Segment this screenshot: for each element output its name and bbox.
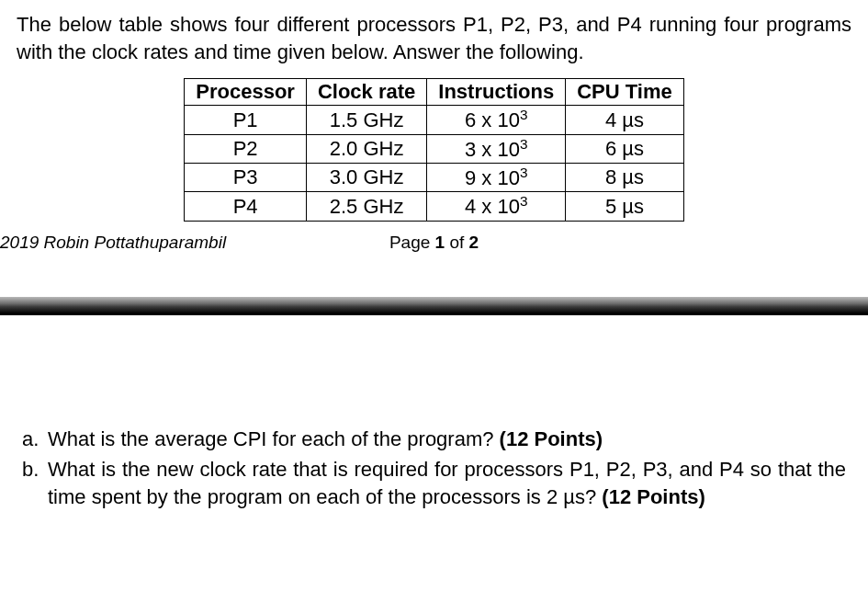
cell-instructions: 9 x 103 — [427, 164, 566, 192]
cell-processor: P1 — [185, 106, 307, 134]
question-b: b. What is the new clock rate that is re… — [48, 456, 846, 510]
footer-copyright: 2019 Robin Pottathuparambil — [0, 233, 226, 253]
page-divider — [0, 297, 868, 315]
table-row: P3 3.0 GHz 9 x 103 8 µs — [185, 164, 683, 192]
intro-paragraph: The below table shows four different pro… — [17, 11, 851, 65]
question-a-points: (12 Points) — [500, 427, 603, 450]
cell-time: 8 µs — [566, 164, 684, 192]
col-processor: Processor — [185, 79, 307, 106]
cell-processor: P3 — [185, 164, 307, 192]
list-marker: b. — [22, 456, 39, 483]
col-cputime: CPU Time — [566, 79, 684, 106]
question-a-text: What is the average CPI for each of the … — [48, 427, 500, 450]
cell-clock: 2.5 GHz — [306, 192, 426, 221]
col-clockrate: Clock rate — [306, 79, 426, 106]
list-marker: a. — [22, 426, 39, 453]
processor-table: Processor Clock rate Instructions CPU Ti… — [184, 78, 683, 221]
table-row: P1 1.5 GHz 6 x 103 4 µs — [185, 106, 683, 134]
cell-clock: 3.0 GHz — [306, 164, 426, 192]
cell-processor: P4 — [185, 192, 307, 221]
page-footer: 2019 Robin Pottathuparambil Page 1 of 2 — [0, 222, 868, 253]
question-b-text: What is the new clock rate that is requi… — [48, 458, 846, 508]
table-row: P2 2.0 GHz 3 x 103 6 µs — [185, 134, 683, 163]
cell-instructions: 4 x 103 — [427, 192, 566, 221]
cell-time: 5 µs — [566, 192, 684, 221]
cell-processor: P2 — [185, 134, 307, 163]
table-row: P4 2.5 GHz 4 x 103 5 µs — [185, 192, 683, 221]
cell-instructions: 3 x 103 — [427, 134, 566, 163]
question-list: a. What is the average CPI for each of t… — [22, 426, 846, 511]
question-b-points: (12 Points) — [602, 485, 705, 508]
cell-clock: 1.5 GHz — [306, 106, 426, 134]
col-instructions: Instructions — [427, 79, 566, 106]
cell-time: 6 µs — [566, 134, 684, 163]
cell-time: 4 µs — [566, 106, 684, 134]
cell-instructions: 6 x 103 — [427, 106, 566, 134]
question-a: a. What is the average CPI for each of t… — [48, 426, 846, 453]
cell-clock: 2.0 GHz — [306, 134, 426, 163]
